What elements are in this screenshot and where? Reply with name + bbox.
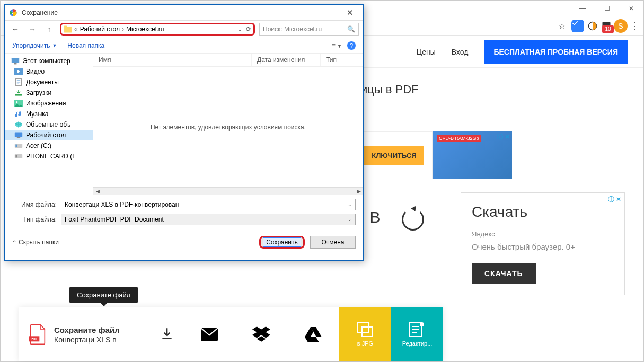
ad-close-icon[interactable]: ⓘ ✕ <box>608 195 621 204</box>
tree-acer[interactable]: Acer (C:) <box>5 140 93 151</box>
search-placeholder: Поиск: Microexcel.ru <box>263 25 322 33</box>
svg-point-8 <box>420 322 424 326</box>
cancel-button[interactable]: Отмена <box>310 236 356 249</box>
ad-title: Скачать <box>472 204 614 220</box>
profile-avatar[interactable]: S <box>614 19 628 33</box>
filetype-select[interactable]: Foxit PhantomPDF PDF Document⌄ <box>61 214 356 225</box>
pdf-icon: PDF <box>29 324 47 345</box>
nav-login[interactable]: Вход <box>452 48 469 56</box>
sidebar-ad[interactable]: ⓘ ✕ Скачать Яндекс Очень быстрый браузер… <box>461 192 625 295</box>
save-button[interactable]: Сохранить <box>259 236 305 249</box>
ad-cta-button[interactable]: КЛЮЧИТЬСЯ <box>364 146 424 165</box>
extension-badge: 10 <box>602 25 614 33</box>
site-header: Цены Вход БЕСПЛАТНАЯ ПРОБНАЯ ВЕРСИЯ <box>361 36 643 68</box>
breadcrumb[interactable]: « Рабочий стол › Microexcel.ru ⌄ ⟳ <box>60 23 255 36</box>
conversion-progress: В <box>361 192 433 272</box>
horizontal-scrollbar[interactable]: ◀▶ <box>93 187 363 195</box>
tree-desktop[interactable]: Рабочий стол <box>5 130 93 140</box>
progress-label: В <box>369 208 380 226</box>
nav-forward-icon[interactable]: → <box>26 25 39 33</box>
dialog-search[interactable]: Поиск: Microexcel.ru 🔍 <box>259 23 359 36</box>
dialog-fields: Имя файла: Конвертаци XLS в PDF-конверти… <box>5 195 363 231</box>
col-type[interactable]: Тип <box>321 54 363 66</box>
refresh-icon[interactable]: ⟳ <box>246 25 251 33</box>
jpg-tile[interactable]: в JPG <box>339 307 391 361</box>
tile-subtitle: Конвертаци XLS в <box>54 335 120 344</box>
dialog-toolbar: Упорядочить ▼ Новая папка ≡ ▼ ? <box>5 38 363 54</box>
view-options-icon[interactable]: ≡ ▼ <box>332 42 342 49</box>
new-folder-button[interactable]: Новая папка <box>67 42 104 49</box>
crumb-desktop[interactable]: Рабочий стол <box>80 25 120 33</box>
col-date[interactable]: Дата изменения <box>252 54 321 66</box>
folder-tree: Этот компьютер Видео Документы Загрузки … <box>5 54 93 195</box>
tree-3dobjects[interactable]: Объемные объ <box>5 119 93 130</box>
svg-text:PDF: PDF <box>31 337 38 341</box>
ad-tag: CPU-B RAM-32Gb <box>437 135 481 142</box>
save-dialog: Сохранение ✕ ← → ↑ « Рабочий стол › Micr… <box>4 4 364 261</box>
edit-tile[interactable]: Редактир... <box>391 307 443 361</box>
download-icon[interactable] <box>160 326 174 342</box>
file-list: Имя Дата изменения Тип Нет элементов, уд… <box>93 54 363 195</box>
svg-rect-19 <box>17 137 20 138</box>
file-list-header: Имя Дата изменения Тип <box>93 54 363 67</box>
svg-rect-23 <box>15 155 17 158</box>
tooltip: Сохраните файл <box>69 287 138 303</box>
bookmark-icon[interactable]: ☆ <box>554 19 569 33</box>
search-icon: 🔍 <box>347 25 355 33</box>
action-bar: PDF Сохраните файл Конвертаци XLS в <box>19 307 443 361</box>
nav-up-icon[interactable]: ↑ <box>43 25 56 33</box>
extension-icon-2[interactable] <box>586 20 599 32</box>
page-headline: ицы в PDF <box>361 83 419 96</box>
drive-tile[interactable] <box>287 307 339 361</box>
maximize-button[interactable]: ☐ <box>595 1 619 16</box>
minimize-button[interactable]: — <box>570 1 595 16</box>
email-tile[interactable] <box>183 307 235 361</box>
svg-rect-15 <box>15 94 22 95</box>
dialog-body: Этот компьютер Видео Документы Загрузки … <box>5 54 363 195</box>
tree-images[interactable]: Изображения <box>5 98 93 109</box>
trial-button[interactable]: БЕСПЛАТНАЯ ПРОБНАЯ ВЕРСИЯ <box>484 40 628 64</box>
svg-rect-11 <box>12 58 19 63</box>
folder-icon <box>64 25 72 33</box>
close-button[interactable]: ✕ <box>619 1 643 16</box>
edit-label: Редактир... <box>402 340 433 347</box>
hide-folders-toggle[interactable]: ⌃ Скрыть папки <box>12 239 59 246</box>
help-icon[interactable]: ? <box>347 41 356 50</box>
chrome-icon <box>9 8 17 17</box>
filetype-label: Тип файла: <box>12 216 57 223</box>
ad-description: Очень быстрый браузер. 0+ <box>472 242 614 251</box>
dialog-nav: ← → ↑ « Рабочий стол › Microexcel.ru ⌄ ⟳… <box>5 21 363 38</box>
empty-message: Нет элементов, удовлетворяющих условиям … <box>93 67 363 187</box>
filename-label: Имя файла: <box>12 201 57 208</box>
tree-music[interactable]: Музыка <box>5 109 93 119</box>
svg-point-17 <box>16 101 17 103</box>
browser-menu-icon[interactable]: ⋮ <box>630 20 639 32</box>
ad-info-icon[interactable]: ⓘ ✕ <box>495 131 512 143</box>
tree-documents[interactable]: Документы <box>5 77 93 87</box>
spinner-icon <box>402 208 424 231</box>
tree-video[interactable]: Видео <box>5 66 93 77</box>
svg-rect-18 <box>15 132 22 137</box>
dialog-bottom: ⌃ Скрыть папки Сохранить Отмена <box>5 231 363 256</box>
dropbox-tile[interactable] <box>235 307 287 361</box>
extension-icon-3[interactable]: 10 <box>601 20 612 32</box>
tree-phone[interactable]: PHONE CARD (E <box>5 151 93 162</box>
banner-ad[interactable]: КЛЮЧИТЬСЯ CPU-B RAM-32Gb ⓘ ✕ <box>356 131 512 179</box>
organize-menu[interactable]: Упорядочить ▼ <box>12 42 57 49</box>
save-file-tile[interactable]: PDF Сохраните файл Конвертаци XLS в <box>19 307 183 361</box>
jpg-label: в JPG <box>357 340 373 347</box>
ad-download-button[interactable]: СКАЧАТЬ <box>472 263 536 284</box>
ad-subtitle: Яндекс <box>472 230 614 238</box>
nav-prices[interactable]: Цены <box>417 48 436 56</box>
dialog-title: Сохранение <box>22 9 341 16</box>
tree-downloads[interactable]: Загрузки <box>5 87 93 98</box>
filename-input[interactable]: Конвертаци XLS в PDF-конвертирован⌄ <box>61 199 356 210</box>
dialog-titlebar: Сохранение ✕ <box>5 5 363 21</box>
crumb-dropdown-icon[interactable]: ⌄ <box>237 27 242 32</box>
dialog-close-button[interactable]: ✕ <box>341 7 359 19</box>
crumb-folder[interactable]: Microexcel.ru <box>126 25 164 33</box>
tree-computer[interactable]: Этот компьютер <box>5 56 93 66</box>
nav-back-icon[interactable]: ← <box>9 25 22 33</box>
extension-icon-1[interactable] <box>571 20 584 32</box>
col-name[interactable]: Имя <box>93 54 252 66</box>
